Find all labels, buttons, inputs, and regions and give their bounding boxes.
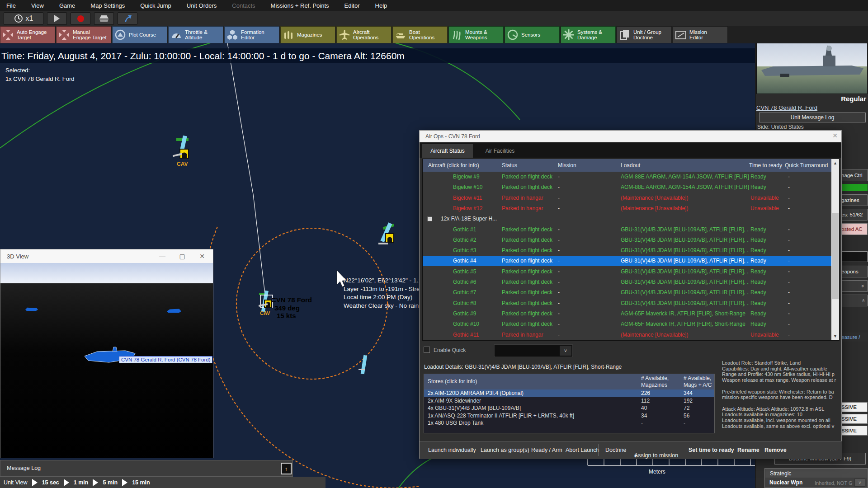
time-step-15-sec[interactable]: 15 sec xyxy=(42,479,59,486)
store-row-5[interactable]: 1x 480 USG Drop Tank-- xyxy=(424,419,714,427)
ribbon-button-aircraft-operations[interactable]: AircraftOperations xyxy=(336,26,392,43)
scroll-up-button[interactable]: ▲ xyxy=(831,159,839,167)
close-button[interactable]: ✕ xyxy=(832,132,838,139)
aircraft-row-gothic-8[interactable]: Gothic #8Parked on flight deck-GBU-31(V)… xyxy=(423,298,832,309)
close-button[interactable]: ✕ xyxy=(193,249,211,263)
screenshot-button[interactable] xyxy=(94,12,114,25)
input-fragment[interactable] xyxy=(840,251,868,262)
aircraft-row-12x-f-a-18e-super-h-[interactable]: −12x F/A-18E Super H... xyxy=(423,214,832,224)
aircraft-row-bigelow-11[interactable]: Bigelow #11Parked in hangar-(Maintenance… xyxy=(423,193,832,203)
ribbon-button-plot-course[interactable]: Plot Course xyxy=(112,26,167,43)
collapse-checkbox[interactable]: − xyxy=(427,216,432,221)
message-log-bar[interactable]: Message Log ↑ xyxy=(0,460,293,477)
hosted-ac-button-fragment[interactable]: osted AC xyxy=(840,223,868,235)
aircraft-row-gothic-11[interactable]: Gothic #11Parked in hangar-(Maintenance … xyxy=(423,330,832,340)
scroll-thumb[interactable] xyxy=(832,213,839,299)
store-row-2[interactable]: 2x AIM-9X Sidewinder112192 xyxy=(424,397,714,405)
measure-label-fragment[interactable]: easure / xyxy=(840,333,868,342)
ready-arm-button[interactable]: Ready / Arm xyxy=(531,447,562,453)
aircraft-row-gothic-5[interactable]: Gothic #5Parked on flight deck-GBU-31(V)… xyxy=(423,267,832,277)
abort-launch-button[interactable]: Abort Launch xyxy=(566,447,599,453)
section-collapse-bar[interactable]: » xyxy=(840,280,868,292)
doctrine-option-fragment[interactable]: SSIVE xyxy=(840,414,868,424)
stores-count-fragment[interactable]: es: 51/62 xyxy=(840,209,868,221)
menu-item-map-settings[interactable]: Map Settings xyxy=(90,2,125,9)
unit-view-label[interactable]: Unit View xyxy=(4,479,28,486)
launch-as-groups-button[interactable]: Launch as group(s) xyxy=(481,447,529,453)
aircraft-row-bigelow-10[interactable]: Bigelow #10Parked on flight deck-AGM-88E… xyxy=(423,182,832,192)
store-row-1[interactable]: 2x AIM-120D AMRAAM P3I.4 (Optional)22634… xyxy=(424,389,714,397)
aircraft-row-bigelow-12[interactable]: Bigelow #12Parked in hangar-(Maintenance… xyxy=(423,203,832,214)
menu-item-view[interactable]: View xyxy=(31,2,44,9)
aircraft-row-gothic-10[interactable]: Gothic #10Parked on flight deck-AGM-65F … xyxy=(423,319,832,329)
remove-button[interactable]: Remove xyxy=(764,447,787,453)
menu-item-editor[interactable]: Editor xyxy=(344,2,360,9)
time-compression-button[interactable]: x1 xyxy=(4,12,43,25)
ribbon-button-auto-engage-target[interactable]: Auto EngageTarget xyxy=(0,26,55,43)
aircraft-row-gothic-4[interactable]: Gothic #4Parked on flight deck-GBU-31(V)… xyxy=(423,256,832,266)
aircraft-row-gothic-2[interactable]: Gothic #2Parked on flight deck-GBU-31(V)… xyxy=(423,235,832,245)
ribbon-button-boat-operations[interactable]: BoatOperations xyxy=(392,26,448,43)
ship-marker[interactable] xyxy=(359,355,367,375)
menu-item-game[interactable]: Game xyxy=(59,2,75,9)
ribbon-button-throttle-altitude[interactable]: Throttle &Altitude xyxy=(168,26,223,43)
enable-quick-checkbox[interactable] xyxy=(424,347,430,353)
nuclear-wpn-dropdown[interactable]: ˅ xyxy=(854,479,865,487)
menu-item-file[interactable]: File xyxy=(6,2,16,9)
ribbon-button-magazines[interactable]: Magazines xyxy=(280,26,335,43)
time-step-arrow-icon[interactable] xyxy=(122,479,127,486)
unit-message-log-button[interactable]: Unit Message Log xyxy=(759,113,866,122)
ribbon-button-sensors[interactable]: Sensors xyxy=(505,26,560,43)
store-row-3[interactable]: 4x GBU-31(V)4/B JDAM [BLU-109A/B]4072 xyxy=(424,404,714,412)
ribbon-button-unit-group-doctrine[interactable]: Unit / GroupDoctrine xyxy=(617,26,672,43)
jump-button[interactable] xyxy=(118,12,137,25)
cav-group-marker[interactable]: CAV xyxy=(173,136,189,167)
doctrine-option-fragment[interactable]: SSIVE xyxy=(840,402,868,412)
ribbon-button-mission-editor[interactable]: MissionEditor xyxy=(673,26,728,43)
weapons-button-fragment[interactable]: eapons xyxy=(840,266,868,277)
aircraft-row-bigelow-9[interactable]: Bigelow #9Parked on flight deck-AGM-88E … xyxy=(423,172,832,182)
play-button[interactable] xyxy=(47,12,67,25)
unit-marker[interactable] xyxy=(378,222,394,244)
magazines-button-fragment[interactable]: gazines xyxy=(840,194,868,206)
aircraft-row-gothic-7[interactable]: Gothic #7Parked on flight deck-GBU-31(V)… xyxy=(423,287,832,298)
maximize-button[interactable]: ▢ xyxy=(173,249,191,263)
ribbon-button-systems-damage[interactable]: Systems &Damage xyxy=(561,26,616,43)
rename-button[interactable]: Rename xyxy=(737,447,760,453)
aircraft-row-gothic-6[interactable]: Gothic #6Parked on flight deck-GBU-31(V)… xyxy=(423,277,832,287)
ribbon-button-formation-editor[interactable]: FormationEditor xyxy=(224,26,279,43)
time-step-arrow-icon[interactable] xyxy=(64,479,69,486)
scrollbar[interactable]: ▲ ▼ xyxy=(831,159,839,340)
doctrine-button[interactable]: Doctrine xyxy=(605,447,627,453)
menu-item-missions-ref-points[interactable]: Missions + Ref. Points xyxy=(271,2,329,9)
air-ops-titlebar[interactable]: Air Ops - CVN 78 Ford xyxy=(420,131,841,142)
quick-turnaround-dropdown[interactable]: ˅ xyxy=(495,345,572,357)
minimize-button[interactable]: — xyxy=(153,249,171,263)
aircraft-row-gothic-3[interactable]: Gothic #3Parked on flight deck-GBU-31(V)… xyxy=(423,245,832,256)
tab-aircraft-status[interactable]: Aircraft Status xyxy=(422,144,473,158)
time-step-arrow-icon[interactable] xyxy=(93,479,98,486)
air-ops-dialog[interactable]: Air Ops - CVN 78 Ford ✕ Aircraft Status … xyxy=(419,130,842,459)
ribbon-button-mounts-weapons[interactable]: Mounts &Weapons xyxy=(448,26,504,43)
cvn-78-marker[interactable]: CAV CVN 78 Ford 349 deg 15 kts xyxy=(259,291,312,319)
3d-view-window[interactable]: 3D View — ▢ ✕ CVN 78 Gerald R. Ford (CVN… xyxy=(0,249,213,458)
launch-individually-button[interactable]: Launch individually xyxy=(428,447,476,453)
doctrine-option-fragment[interactable]: SSIVE xyxy=(840,426,868,436)
set-time-to-ready-button[interactable]: Set time to ready xyxy=(689,447,734,453)
time-step-15-min[interactable]: 15 min xyxy=(132,479,150,486)
aircraft-row-gothic-9[interactable]: Gothic #9Parked on flight deck-AGM-65F M… xyxy=(423,309,832,319)
menu-item-help[interactable]: Help xyxy=(375,2,387,9)
time-step-arrow-icon[interactable] xyxy=(32,479,38,486)
damage-ctrl-button-fragment[interactable]: nage Ctrl xyxy=(840,169,868,181)
unit-db-link[interactable]: CVN 78 Gerald R. Ford xyxy=(756,104,817,111)
ribbon-button-manual-engage-target[interactable]: ManualEngage Target xyxy=(56,26,111,43)
menu-item-quick-jump[interactable]: Quick Jump xyxy=(140,2,171,9)
scroll-down-button[interactable]: ▼ xyxy=(831,332,839,340)
section-expand-bar[interactable]: » xyxy=(840,295,868,306)
time-step-1-min[interactable]: 1 min xyxy=(74,479,89,486)
message-log-expand-button[interactable]: ↑ xyxy=(281,463,292,474)
tab-air-facilities[interactable]: Air Facilities xyxy=(477,144,523,158)
store-row-4[interactable]: 1x AN/ASQ-228 Terminator II ATFLIR [FLIR… xyxy=(424,412,714,420)
menu-item-unit-orders[interactable]: Unit Orders xyxy=(187,2,217,9)
time-step-5-min[interactable]: 5 min xyxy=(103,479,118,486)
